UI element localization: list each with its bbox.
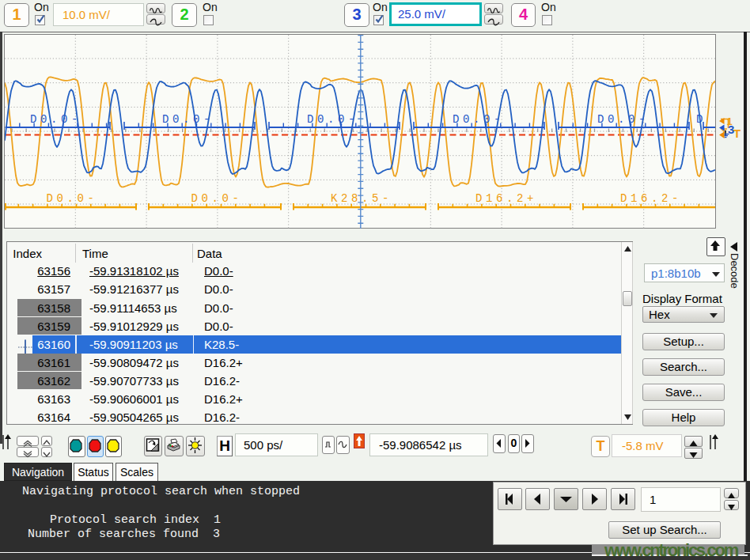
svg-text:D0.0-: D0.0- [162, 113, 214, 126]
svg-text:T: T [733, 127, 741, 140]
svg-text:D16.2+: D16.2+ [475, 192, 537, 205]
svg-text:K28.5-: K28.5- [331, 192, 392, 205]
svg-text:D0.0-: D0.0- [453, 113, 504, 126]
svg-text:D0.0-: D0.0- [47, 192, 98, 205]
svg-text:D0.0-: D0.0- [30, 113, 81, 126]
svg-text:D0.0-: D0.0- [191, 192, 243, 205]
svg-text:D: D [696, 113, 706, 126]
svg-text:D0.0-: D0.0- [307, 113, 358, 126]
svg-text:D16.2-: D16.2- [620, 192, 682, 205]
svg-text:D0.0-: D0.0- [597, 113, 649, 126]
